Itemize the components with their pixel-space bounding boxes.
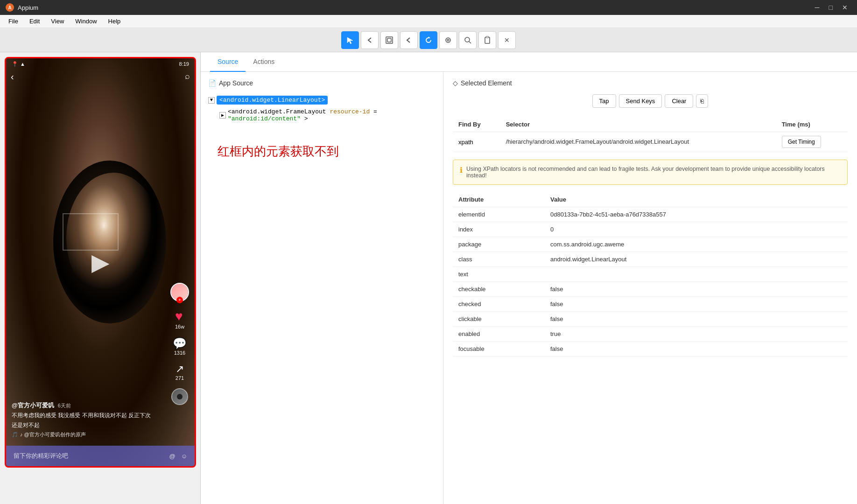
xpath-method: xpath	[453, 132, 500, 152]
xml-tree: ▼ <android.widget.LinearLayout> ▶ <andro…	[208, 94, 436, 125]
frame-layout-node[interactable]: ▶ <android.widget.FrameLayout resource-i…	[208, 106, 436, 125]
svg-rect-1	[387, 38, 391, 42]
phone-comment-bar[interactable]: 留下你的精彩评论吧 @ ☺	[6, 446, 195, 466]
xpath-warning: ℹ Using XPath locators is not recommende…	[453, 160, 848, 185]
minimize-button[interactable]: ─	[811, 3, 823, 12]
linear-layout-tag[interactable]: <android.widget.LinearLayout>	[217, 96, 328, 105]
clear-button[interactable]: Clear	[665, 94, 693, 108]
screenshot-button[interactable]	[439, 31, 457, 49]
collapse-linear-layout[interactable]: ▼	[208, 97, 215, 104]
table-row: index0	[453, 222, 848, 237]
close-window-button[interactable]: ✕	[838, 3, 851, 12]
phone-video-info: @官方小可爱叽 6天前 不用考虑我的感受 我没感受 不用和我说对不起 反正下次 …	[12, 401, 167, 438]
window-controls: ─ □ ✕	[811, 3, 851, 12]
comment-icon: 💬	[173, 337, 187, 350]
navigate-back-button[interactable]	[400, 31, 418, 49]
like-button[interactable]: ♥ 16w	[175, 309, 184, 329]
phone-screen[interactable]: 📍 ▲ 8:19 ‹ ⌕ ▶	[5, 57, 196, 468]
phone-time: 8:19	[179, 61, 189, 67]
comment-button[interactable]: 💬 1316	[173, 337, 187, 356]
selected-element-title: ◇ Selected Element	[453, 79, 848, 87]
table-row: elementId0d80133a-7bb2-4c51-aeba-a76d733…	[453, 207, 848, 222]
comment-placeholder[interactable]: 留下你的精彩评论吧	[14, 452, 68, 460]
value-header: Value	[545, 192, 848, 207]
xpath-row: xpath /hierarchy/android.widget.FrameLay…	[453, 132, 848, 152]
svg-line-6	[469, 42, 471, 43]
avatar-container: +	[170, 283, 189, 301]
select-element-button[interactable]	[341, 31, 359, 49]
menu-view[interactable]: View	[46, 16, 69, 26]
source-pane-title: 📄 App Source	[208, 79, 436, 87]
attr-key-cell: checkable	[453, 282, 545, 297]
share-button[interactable]: ↗ 271	[176, 363, 184, 381]
tab-content: 📄 App Source ▼ <android.widget.LinearLay…	[201, 72, 857, 504]
warning-text: Using XPath locators is not recommended …	[466, 166, 841, 179]
tabs-container: Source Actions	[201, 52, 857, 72]
attr-value-cell: 0	[545, 222, 848, 237]
send-keys-button[interactable]: Send Keys	[619, 94, 662, 108]
find-by-section: Find By Selector Time (ms) xpath /hierar…	[453, 117, 848, 152]
tiktok-icon: 🎵	[12, 432, 18, 438]
stop-button[interactable]: ✕	[498, 31, 516, 49]
shares-count: 271	[176, 375, 184, 381]
tab-source[interactable]: Source	[210, 52, 246, 72]
follow-plus-icon: +	[176, 297, 183, 303]
phone-search-button[interactable]: ⌕	[185, 71, 190, 81]
comments-count: 1316	[173, 350, 187, 356]
phone-username: @官方小可爱叽	[12, 401, 54, 410]
selected-element-pane: ◇ Selected Element Tap Send Keys Clear ⎗	[443, 72, 857, 504]
menu-window[interactable]: Window	[70, 16, 101, 26]
table-row: enabledtrue	[453, 327, 848, 342]
copy-button[interactable]: ⎗	[696, 94, 708, 108]
svg-point-3	[446, 38, 450, 42]
action-buttons: Tap Send Keys Clear ⎗	[453, 94, 848, 108]
titlebar-left: A Appium	[6, 3, 38, 12]
emoji-icon[interactable]: ☺	[181, 453, 187, 460]
table-row: packagecom.ss.android.ugc.aweme	[453, 237, 848, 252]
tab-actions[interactable]: Actions	[246, 52, 282, 72]
clipboard-button[interactable]	[478, 31, 496, 49]
table-row: clickablefalse	[453, 312, 848, 327]
attr-key-cell: clickable	[453, 312, 545, 327]
phone-panel: 📍 ▲ 8:19 ‹ ⌕ ▶	[0, 52, 201, 504]
attr-value-cell: com.ss.android.ugc.aweme	[545, 237, 848, 252]
play-button[interactable]: ▶	[86, 248, 114, 276]
mention-icon[interactable]: @	[169, 453, 176, 460]
linear-layout-node[interactable]: ▼ <android.widget.LinearLayout>	[208, 94, 436, 106]
menu-edit[interactable]: Edit	[25, 16, 44, 26]
maximize-button[interactable]: □	[825, 3, 836, 12]
search-element-button[interactable]	[459, 31, 477, 49]
selector-header: Selector	[500, 117, 776, 132]
likes-count: 16w	[175, 324, 184, 329]
toolbar: ✕	[0, 28, 857, 52]
toggle-layout-button[interactable]	[380, 31, 398, 49]
phone-action-icons: + ♥ 16w 💬 1316 ↗ 271	[170, 283, 189, 405]
table-row: text	[453, 267, 848, 282]
phone-description-2: 还是对不起	[12, 421, 167, 429]
doc-icon: 📄	[208, 79, 216, 87]
red-annotation-text: 红框内的元素获取不到	[218, 143, 436, 160]
attribute-header: Attribute	[453, 192, 545, 207]
back-app-button[interactable]	[361, 31, 379, 49]
menu-help[interactable]: Help	[104, 16, 126, 26]
menubar: File Edit View Window Help	[0, 15, 857, 28]
attr-key-cell: checked	[453, 297, 545, 312]
source-pane: 📄 App Source ▼ <android.widget.LinearLay…	[201, 72, 443, 504]
app-logo: A	[6, 3, 14, 12]
phone-background: 📍 ▲ 8:19 ‹ ⌕ ▶	[6, 58, 195, 466]
app-title: Appium	[18, 4, 38, 11]
attr-value-cell: false	[545, 282, 848, 297]
get-timing-button[interactable]: Get Timing	[782, 136, 821, 148]
wifi-icon: ▲	[20, 61, 25, 67]
warning-icon: ℹ	[460, 166, 463, 179]
diamond-icon: ◇	[453, 79, 458, 87]
tap-button[interactable]: Tap	[592, 94, 616, 108]
menu-file[interactable]: File	[4, 16, 23, 26]
phone-back-button[interactable]: ‹	[11, 71, 14, 82]
table-row: checkedfalse	[453, 297, 848, 312]
phone-time-ago: 6天前	[58, 402, 71, 409]
attr-value-cell: false	[545, 342, 848, 357]
svg-point-5	[465, 37, 470, 42]
refresh-button[interactable]	[420, 31, 437, 49]
expand-frame-layout[interactable]: ▶	[219, 112, 226, 119]
